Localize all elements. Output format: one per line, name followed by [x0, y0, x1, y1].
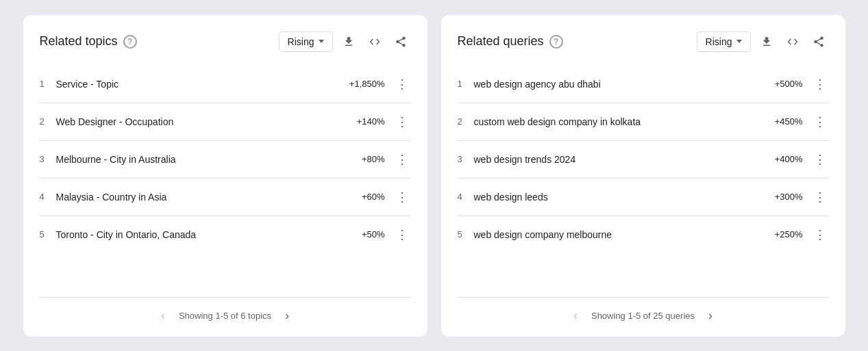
- item-label: custom web design company in kolkata: [474, 116, 775, 127]
- list-item: 1 web design agency abu dhabi +500% ⋮: [458, 66, 829, 103]
- item-value: +500%: [775, 79, 803, 89]
- list-item: 2 custom web design company in kolkata +…: [458, 103, 829, 141]
- list-item: 3 web design trends 2024 +400% ⋮: [458, 141, 829, 179]
- item-label: Melbourne - City in Australia: [56, 154, 362, 165]
- item-number: 3: [40, 154, 56, 164]
- card-header: Related topics ? Rising: [40, 31, 411, 52]
- list-item: 2 Web Designer - Occupation +140% ⋮: [40, 103, 411, 141]
- rising-dropdown[interactable]: Rising: [279, 31, 333, 52]
- more-options-button[interactable]: ⋮: [811, 151, 829, 168]
- topics-list: 1 Service - Topic +1,850% ⋮ 2 Web Design…: [40, 66, 411, 291]
- list-item: 3 Melbourne - City in Australia +80% ⋮: [40, 141, 411, 179]
- item-value: +250%: [775, 229, 803, 239]
- embed-icon: [369, 36, 381, 48]
- share-icon: [395, 36, 407, 48]
- footer-text: Showing 1-5 of 25 queries: [591, 311, 695, 321]
- more-options-button[interactable]: ⋮: [393, 151, 411, 168]
- footer-text: Showing 1-5 of 6 topics: [179, 311, 271, 321]
- chevron-down-icon: [736, 40, 742, 43]
- item-value: +450%: [775, 116, 803, 127]
- more-options-button[interactable]: ⋮: [393, 113, 411, 131]
- item-value: +400%: [775, 154, 803, 164]
- item-value: +80%: [362, 154, 385, 164]
- item-label: Service - Topic: [56, 79, 349, 90]
- more-options-button[interactable]: ⋮: [811, 188, 829, 206]
- download-icon: [760, 36, 773, 48]
- item-number: 5: [458, 229, 474, 239]
- chevron-down-icon: [319, 40, 324, 43]
- embed-button[interactable]: [782, 31, 803, 52]
- item-number: 5: [40, 229, 56, 239]
- help-icon[interactable]: ?: [549, 35, 563, 49]
- more-options-button[interactable]: ⋮: [393, 75, 411, 93]
- card-footer: ‹ Showing 1-5 of 25 queries ›: [458, 297, 829, 326]
- title-area: Related queries ?: [458, 34, 563, 49]
- share-button[interactable]: [390, 31, 411, 52]
- list-item: 4 Malaysia - Country in Asia +60% ⋮: [40, 179, 411, 216]
- queries-list: 1 web design agency abu dhabi +500% ⋮ 2 …: [458, 66, 829, 291]
- card-footer: ‹ Showing 1-5 of 6 topics ›: [40, 297, 411, 326]
- rising-dropdown[interactable]: Rising: [697, 31, 751, 52]
- item-value: +1,850%: [349, 79, 385, 89]
- download-button[interactable]: [756, 31, 777, 52]
- list-item: 5 Toronto - City in Ontario, Canada +50%…: [40, 216, 411, 253]
- help-icon[interactable]: ?: [123, 35, 137, 49]
- title-area: Related topics ?: [40, 34, 137, 49]
- item-label: Toronto - City in Ontario, Canada: [56, 229, 362, 240]
- card-controls: Rising: [279, 31, 411, 52]
- embed-button[interactable]: [364, 31, 385, 52]
- more-options-button[interactable]: ⋮: [393, 188, 411, 206]
- item-number: 4: [40, 192, 56, 202]
- card-title: Related queries: [458, 34, 544, 49]
- list-item: 5 web design company melbourne +250% ⋮: [458, 216, 829, 253]
- item-value: +60%: [362, 192, 385, 202]
- item-number: 3: [458, 154, 474, 164]
- more-options-button[interactable]: ⋮: [811, 75, 829, 93]
- item-label: web design trends 2024: [474, 154, 775, 165]
- item-number: 2: [458, 116, 474, 127]
- item-label: Web Designer - Occupation: [56, 116, 357, 127]
- embed-icon: [786, 36, 799, 48]
- item-label: web design company melbourne: [474, 229, 775, 240]
- prev-button[interactable]: ‹: [158, 306, 168, 326]
- more-options-button[interactable]: ⋮: [811, 113, 829, 131]
- item-value: +50%: [362, 229, 385, 239]
- more-options-button[interactable]: ⋮: [811, 226, 829, 244]
- item-value: +300%: [775, 192, 803, 202]
- item-number: 4: [458, 192, 474, 202]
- related-topics-card: Related topics ? Rising 1 Service - Topi…: [23, 15, 427, 337]
- item-number: 2: [40, 116, 56, 127]
- share-icon: [813, 36, 825, 48]
- item-label: Malaysia - Country in Asia: [56, 192, 362, 203]
- list-item: 4 web design leeds +300% ⋮: [458, 179, 829, 216]
- next-button[interactable]: ›: [282, 306, 292, 326]
- item-label: web design leeds: [474, 192, 775, 203]
- download-button[interactable]: [338, 31, 359, 52]
- prev-button[interactable]: ‹: [571, 306, 580, 326]
- item-label: web design agency abu dhabi: [474, 79, 775, 90]
- list-item: 1 Service - Topic +1,850% ⋮: [40, 66, 411, 103]
- more-options-button[interactable]: ⋮: [393, 226, 411, 244]
- item-number: 1: [458, 79, 474, 89]
- item-number: 1: [40, 79, 56, 89]
- card-header: Related queries ? Rising: [458, 31, 829, 52]
- download-icon: [343, 36, 355, 48]
- related-queries-card: Related queries ? Rising 1 web design ag…: [441, 15, 845, 337]
- share-button[interactable]: [808, 31, 829, 52]
- card-controls: Rising: [697, 31, 829, 52]
- item-value: +140%: [357, 116, 385, 127]
- card-title: Related topics: [40, 34, 118, 49]
- next-button[interactable]: ›: [706, 306, 715, 326]
